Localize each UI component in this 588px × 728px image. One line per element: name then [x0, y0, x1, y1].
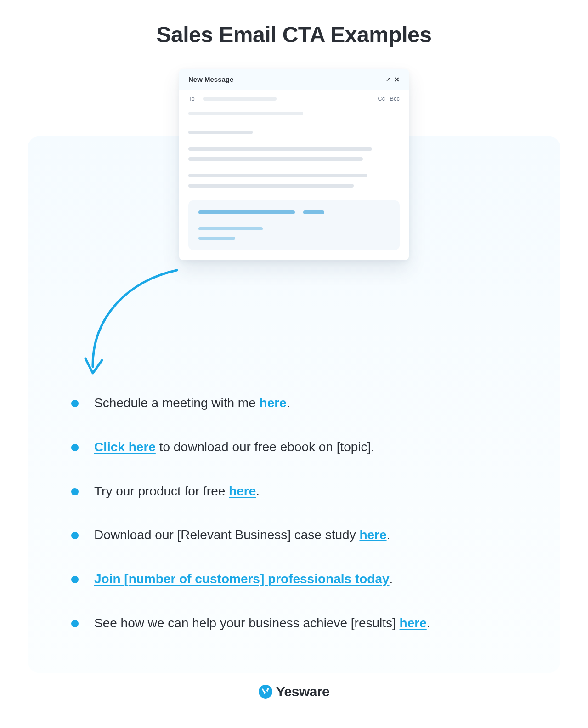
to-placeholder: [203, 97, 277, 101]
cta-text-post: .: [387, 528, 390, 542]
cta-line: [198, 210, 295, 214]
cta-text-pre: Schedule a meeting with me: [94, 396, 260, 410]
cta-link[interactable]: here: [400, 616, 427, 630]
list-item: Try our product for free here.: [71, 483, 521, 500]
cta-link[interactable]: Join [number of customers] professionals…: [94, 572, 390, 586]
bcc-link[interactable]: Bcc: [390, 95, 400, 102]
cta-text-post: to download our free ebook on [topic].: [156, 440, 374, 454]
cta-text-post: .: [427, 616, 430, 630]
logo-mark-icon: [259, 685, 272, 699]
cta-line: [198, 227, 263, 230]
close-icon[interactable]: ✕: [394, 76, 400, 83]
subject-placeholder: [188, 112, 303, 115]
cta-text-pre: See how we can help your business achiev…: [94, 616, 400, 630]
compose-title: New Message: [188, 75, 233, 83]
list-item: Download our [Relevant Business] case st…: [71, 526, 521, 544]
cc-link[interactable]: Cc: [378, 95, 385, 102]
expand-icon[interactable]: ⤢: [386, 76, 390, 83]
page-title: Sales Email CTA Examples: [0, 22, 588, 47]
brand-name: Yesware: [276, 684, 330, 700]
cta-line: [198, 237, 235, 240]
body-line: [188, 184, 354, 188]
compose-header: New Message ⤢ ✕: [179, 69, 409, 90]
subject-row: [179, 107, 409, 122]
body-line: [188, 157, 363, 161]
cta-text-post: .: [256, 484, 260, 498]
to-row: To Cc Bcc: [179, 90, 409, 107]
minimize-icon[interactable]: [377, 76, 381, 83]
body-line: [188, 174, 368, 177]
svg-point-0: [259, 685, 272, 699]
window-controls: ⤢ ✕: [377, 76, 400, 83]
list-item: See how we can help your business achiev…: [71, 614, 521, 632]
cta-text-post: .: [390, 572, 393, 586]
compose-card: New Message ⤢ ✕ To Cc Bcc: [179, 69, 409, 260]
cta-link[interactable]: here: [359, 528, 386, 542]
cta-text-pre: Try our product for free: [94, 484, 229, 498]
cta-text-post: .: [287, 396, 290, 410]
body-area: [179, 122, 409, 199]
body-line: [188, 147, 372, 151]
cta-link[interactable]: here: [229, 484, 256, 498]
list-item: Join [number of customers] professionals…: [71, 570, 521, 588]
body-line: [188, 131, 253, 134]
list-item: Click here to download our free ebook on…: [71, 438, 521, 456]
to-label: To: [188, 95, 203, 102]
cta-link[interactable]: Click here: [94, 440, 156, 454]
cta-link[interactable]: here: [260, 396, 287, 410]
cta-highlight-box: [188, 200, 400, 250]
cta-text-pre: Download our [Relevant Business] case st…: [94, 528, 359, 542]
brand-logo: Yesware: [0, 684, 588, 700]
cta-line: [303, 210, 324, 214]
list-item: Schedule a meeting with me here.: [71, 394, 521, 412]
cta-list: Schedule a meeting with me here. Click h…: [71, 394, 521, 659]
